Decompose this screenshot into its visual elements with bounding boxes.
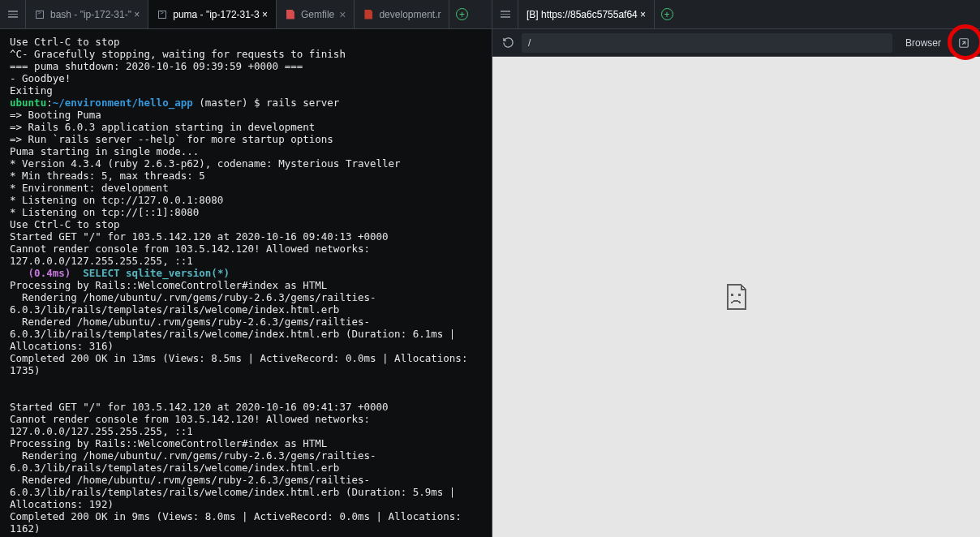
file-icon <box>285 9 296 20</box>
left-tabbar: bash - "ip-172-31-" × puma - "ip-172-31-… <box>0 0 492 29</box>
tab-bash[interactable]: bash - "ip-172-31-" × <box>26 0 148 28</box>
terminal-output[interactable]: Use Ctrl-C to stop ^C- Gracefully stoppi… <box>0 29 492 537</box>
error-page-icon <box>724 283 749 311</box>
svg-rect-1 <box>731 294 733 296</box>
tab-puma[interactable]: puma - "ip-172-31-3 × <box>148 0 277 28</box>
terminal-icon <box>34 9 45 20</box>
tab-label: [B] https://85a6c5755af64 × <box>527 9 646 20</box>
tab-label: Gemfile <box>301 9 334 20</box>
plus-icon: + <box>456 8 468 20</box>
plus-icon: + <box>661 8 673 20</box>
add-tab-button[interactable]: + <box>449 0 474 28</box>
tab-label: development.r <box>379 9 441 20</box>
tab-gemfile[interactable]: Gemfile × <box>277 0 355 28</box>
popout-icon <box>958 37 969 49</box>
browser-toolbar: Browser <box>492 29 980 57</box>
terminal-pane: bash - "ip-172-31-" × puma - "ip-172-31-… <box>0 0 492 537</box>
address-input[interactable] <box>522 33 892 53</box>
ruby-file-icon <box>363 9 374 20</box>
refresh-button[interactable] <box>499 34 517 52</box>
close-icon[interactable]: × <box>339 8 346 21</box>
tab-development-rb[interactable]: development.r <box>355 0 449 28</box>
terminal-icon <box>157 9 168 20</box>
refresh-icon <box>502 37 514 49</box>
right-tabbar: [B] https://85a6c5755af64 × + <box>492 0 980 29</box>
browser-pane: [B] https://85a6c5755af64 × + Browser <box>492 0 980 537</box>
browser-dropdown[interactable]: Browser <box>897 37 949 49</box>
svg-rect-2 <box>737 294 740 296</box>
drag-handle-icon[interactable] <box>492 0 518 28</box>
tab-label: bash - "ip-172-31-" × <box>50 9 140 20</box>
drag-handle-icon[interactable] <box>0 0 26 28</box>
tab-label: puma - "ip-172-31-3 × <box>173 9 268 20</box>
popout-button[interactable] <box>954 33 974 53</box>
tab-browser-preview[interactable]: [B] https://85a6c5755af64 × <box>518 0 655 28</box>
browser-viewport[interactable] <box>492 57 980 537</box>
add-tab-button[interactable]: + <box>655 0 679 28</box>
